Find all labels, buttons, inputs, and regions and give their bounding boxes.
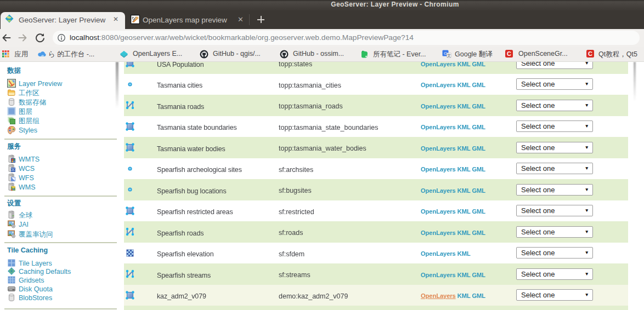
svg-text:C: C [507, 50, 511, 57]
svg-text:C: C [588, 50, 592, 57]
svg-text:文: 文 [447, 53, 451, 58]
